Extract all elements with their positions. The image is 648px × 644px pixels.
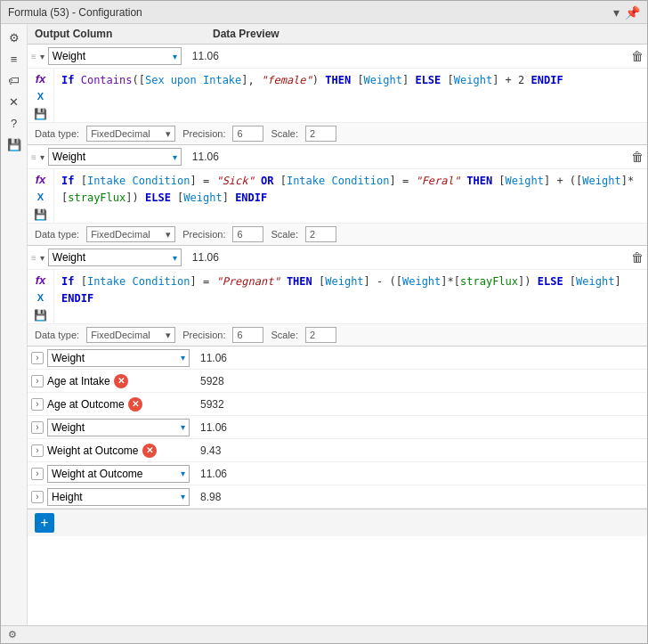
collapsed-arrow-6: ▾ [181,469,185,478]
output-field-1[interactable]: Weight ▾ [48,47,182,65]
delete-formula-2[interactable]: 🗑 [631,150,644,164]
scale-input-3[interactable]: 2 [305,327,336,343]
expand-btn-5[interactable]: › [31,444,44,457]
datatype-row-1: Data type: FixedDecimal ▾ Precision: 6 S… [28,122,647,144]
pin-icon[interactable]: 📌 [625,5,640,20]
delete-formula-3[interactable]: 🗑 [631,250,644,265]
precision-input-3[interactable]: 6 [232,327,263,343]
datatype-dropdown-2[interactable]: FixedDecimal ▾ [86,226,175,242]
save-icon[interactable]: 💾 [4,135,24,154]
formula-row1-header: ≡ ▾ Weight ▾ 11.06 🗑 [28,45,647,69]
datatype-label-3: Data type: [35,330,79,340]
output-field-2-label: Weight [53,151,85,163]
drag-handle-2[interactable]: ≡ [31,152,36,162]
fx-icon-1[interactable]: fx [31,70,51,86]
left-toolbar: ⚙ ≡ 🏷 ✕ ? 💾 [1,24,28,625]
formula-block-3: ≡ ▾ Weight ▾ 11.06 🗑 fx X 💾 [28,246,647,346]
add-formula-button[interactable]: + [35,513,54,533]
collapsed-preview-2: 5928 [193,375,224,387]
datatype-value-1: FixedDecimal [91,128,150,139]
datatype-dropdown-3[interactable]: FixedDecimal ▾ [86,327,175,343]
collapsed-row-1: › Weight ▾ 11.06 [28,346,647,370]
expand-btn-4[interactable]: › [31,421,44,434]
delete-formula-1[interactable]: 🗑 [631,49,644,63]
collapsed-row-5: › Weight at Outcome ✕ 9.43 [28,439,647,462]
content-area: Output Column Data Preview ≡ ▾ Weight ▾ … [28,24,647,625]
datatype-dropdown-1[interactable]: FixedDecimal ▾ [86,126,175,142]
side-icons-2: fx X 💾 [28,169,54,223]
formula-text-1[interactable]: If Contains([Sex upon Intake], "female")… [54,69,647,122]
datatype-label-1: Data type: [35,128,79,139]
output-field-3[interactable]: Weight ▾ [48,249,182,266]
collapsed-preview-4: 11.06 [193,421,227,434]
scale-label-3: Scale: [271,330,298,340]
collapsed-row-6: › Weight at Outcome ▾ 11.06 [28,462,647,485]
x-field-icon-1[interactable]: X [31,88,51,104]
precision-input-2[interactable]: 6 [232,226,263,242]
window-title: Formula (53) - Configuration [8,6,142,19]
collapsed-arrow-7: ▾ [181,492,185,501]
collapsed-field-1[interactable]: Weight ▾ [47,349,190,367]
formula-text-2[interactable]: If [Intake Condition] = "Sick" OR [Intak… [54,169,647,223]
output-field-2[interactable]: Weight ▾ [48,148,182,166]
collapsed-field-7[interactable]: Height ▾ [47,488,190,506]
main-content: ⚙ ≡ 🏷 ✕ ? 💾 Output Column Data Preview ≡… [1,24,647,625]
x-icon[interactable]: ✕ [4,92,24,111]
collapsed-preview-3: 5932 [193,398,224,411]
collapsed-preview-6: 11.06 [193,468,227,480]
collapsed-field-5: Weight at Outcome ✕ [47,444,190,458]
scale-input-2[interactable]: 2 [305,226,336,242]
drag-handle-3[interactable]: ≡ [31,253,36,263]
column-header: Output Column Data Preview [28,24,647,45]
expand-btn-1[interactable]: › [31,352,44,364]
datatype-value-2: FixedDecimal [91,229,150,240]
collapsed-label-1: Weight [52,352,85,364]
add-row-bar: + [28,509,647,536]
expand-btn-2[interactable]: › [31,375,44,387]
datatype-arrow-2: ▾ [166,229,171,240]
drag-handle-1[interactable]: ≡ [31,52,36,61]
precision-label-3: Precision: [182,330,225,340]
collapsed-label-3: Age at Outcome [47,398,125,411]
chevron-2[interactable]: ▾ [40,152,45,162]
precision-input-1[interactable]: 6 [232,126,263,142]
formula-side-area-3: fx X 💾 If [Intake Condition] = "Pregnant… [28,270,647,323]
expand-btn-6[interactable]: › [31,468,44,480]
settings-icon[interactable]: ⚙ [4,28,24,47]
expand-btn-3[interactable]: › [31,398,44,411]
output-field-1-label: Weight [53,50,85,62]
chevron-1[interactable]: ▾ [40,52,45,61]
filter-icon[interactable]: ≡ [4,49,24,69]
precision-label-2: Precision: [182,229,225,240]
save-field-icon-3[interactable]: 💾 [31,307,51,323]
formula-block-2: ≡ ▾ Weight ▾ 11.06 🗑 fx X 💾 [28,145,647,246]
preview-value-2: 11.06 [185,151,219,163]
collapsed-preview-7: 8.98 [193,491,221,503]
collapse-icon[interactable]: ▾ [613,5,620,20]
expand-btn-7[interactable]: › [31,491,44,503]
datatype-arrow-1: ▾ [166,128,171,140]
fx-icon-3[interactable]: fx [31,272,51,288]
formula-text-3[interactable]: If [Intake Condition] = "Pregnant" THEN … [54,270,647,323]
formula-row3-header: ≡ ▾ Weight ▾ 11.06 🗑 [28,246,647,270]
status-icon: ⚙ [8,629,17,640]
datatype-value-3: FixedDecimal [91,330,150,340]
datatype-arrow-3: ▾ [166,330,171,341]
collapsed-field-4[interactable]: Weight ▾ [47,419,190,436]
error-icon-5: ✕ [142,444,157,458]
collapsed-field-3: Age at Outcome ✕ [47,397,190,412]
save-field-icon-2[interactable]: 💾 [31,207,51,223]
tag-icon[interactable]: 🏷 [4,70,24,90]
formula-side-area-1: fx X 💾 If Contains([Sex upon Intake], "f… [28,69,647,122]
save-field-icon-1[interactable]: 💾 [31,106,51,122]
collapsed-preview-5: 9.43 [193,444,221,457]
x-field-icon-2[interactable]: X [31,189,51,205]
chevron-3[interactable]: ▾ [40,253,45,263]
question-icon[interactable]: ? [4,113,24,133]
collapsed-arrow-4: ▾ [181,422,185,432]
collapsed-field-6[interactable]: Weight at Outcome ▾ [47,465,190,483]
x-field-icon-3[interactable]: X [31,289,51,306]
fx-icon-2[interactable]: fx [31,171,51,187]
data-preview-header: Data Preview [213,28,640,40]
scale-input-1[interactable]: 2 [305,126,336,142]
